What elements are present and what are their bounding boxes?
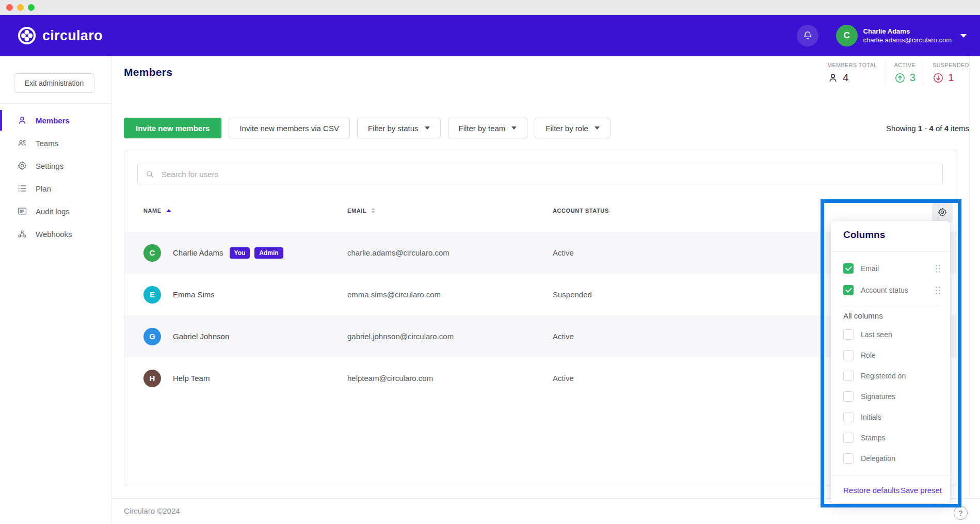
help-button[interactable]: ? <box>954 506 968 520</box>
filter-by-status-dropdown[interactable]: Filter by status <box>357 118 441 138</box>
invite-csv-button[interactable]: Invite new members via CSV <box>229 118 350 138</box>
app-window: circularo C Charlie Adams charlie.adams@… <box>0 0 980 524</box>
sort-ascending-icon <box>166 209 171 212</box>
drag-handle-icon[interactable] <box>936 265 940 273</box>
avatar: G <box>143 328 161 345</box>
checkbox-unchecked[interactable] <box>843 433 854 443</box>
close-window-button[interactable] <box>6 4 13 11</box>
stat-label: MEMBERS TOTAL <box>827 62 877 68</box>
sidebar-item-plan[interactable]: Plan <box>0 177 111 200</box>
selected-columns-list: Email Account status <box>843 258 942 301</box>
checkbox-checked[interactable] <box>843 285 854 295</box>
member-name: Gabriel Johnson <box>173 332 229 341</box>
name-cell: E Emma Sims <box>143 274 215 315</box>
checkbox-unchecked[interactable] <box>843 391 854 402</box>
dropdown-label: Filter by status <box>368 124 419 133</box>
logo-wordmark: circularo <box>42 28 103 44</box>
chevron-down-icon <box>960 34 967 38</box>
column-header-email[interactable]: EMAIL <box>347 208 375 214</box>
logo-icon <box>18 26 36 45</box>
member-name: Help Team <box>173 374 210 383</box>
checkbox-checked[interactable] <box>843 263 854 274</box>
sidebar-item-label: Webhooks <box>36 230 72 239</box>
avatar: H <box>143 370 161 387</box>
list-icon <box>17 183 27 194</box>
checkbox-unchecked[interactable] <box>843 329 854 340</box>
dropdown-label: Filter by team <box>459 124 506 133</box>
columns-panel-actions: Restore defaults Save preset <box>843 482 942 498</box>
column-header-name[interactable]: NAME <box>143 208 171 214</box>
checkbox-unchecked[interactable] <box>843 412 854 422</box>
arrow-up-circle-icon <box>894 72 906 84</box>
stat-suspended: SUSPENDED 1 <box>924 61 969 85</box>
list-item-initials: Initials <box>843 407 942 427</box>
account-status: Active <box>553 315 574 357</box>
member-name: Emma Sims <box>173 290 215 299</box>
minimize-window-button[interactable] <box>17 4 24 11</box>
search-input[interactable] <box>162 170 935 179</box>
columns-panel-title: Columns <box>843 229 885 241</box>
user-menu[interactable]: C Charlie Adams charlie.adams@circularo.… <box>836 25 967 46</box>
members-toolbar: Invite new members Invite new members vi… <box>124 118 611 138</box>
list-item-delegation: Delegation <box>843 448 942 469</box>
column-option-label: Email <box>861 264 928 273</box>
account-status: Suspended <box>553 274 592 315</box>
window-titlebar <box>0 0 980 15</box>
user-email: charlie.adams@circularo.com <box>863 36 952 44</box>
sidebar-item-label: Plan <box>36 184 51 193</box>
sidebar-item-teams[interactable]: Teams <box>0 132 111 154</box>
member-email: gabriel.johnson@circularo.com <box>347 315 454 357</box>
sidebar-item-label: Audit logs <box>36 207 70 216</box>
checkbox-unchecked[interactable] <box>843 453 854 464</box>
available-columns-list: Last seen Role Registered on Signatures … <box>843 324 942 469</box>
dropdown-label: Filter by role <box>545 124 588 133</box>
drag-handle-icon[interactable] <box>936 287 940 294</box>
gear-icon <box>937 207 947 217</box>
user-avatar: C <box>836 25 858 46</box>
sidebar-item-settings[interactable]: Settings <box>0 154 111 177</box>
avatar: E <box>143 286 161 304</box>
list-item-stamps: Stamps <box>843 427 942 448</box>
gear-icon <box>17 161 27 171</box>
name-cell: G Gabriel Johnson <box>143 315 229 357</box>
maximize-window-button[interactable] <box>28 4 35 11</box>
sidebar-item-label: Members <box>36 116 70 125</box>
divider <box>831 475 950 475</box>
stat-value: 1 <box>933 72 969 84</box>
admin-badge: Admin <box>254 247 283 259</box>
bell-icon <box>802 30 813 41</box>
stat-value: 4 <box>827 72 877 84</box>
sidebar-item-webhooks[interactable]: Webhooks <box>0 223 111 245</box>
table-settings-button[interactable] <box>932 202 953 223</box>
user-name: Charlie Adams <box>863 27 952 36</box>
stat-active: ACTIVE 3 <box>886 61 924 85</box>
save-preset-link[interactable]: Save preset <box>901 486 942 495</box>
chevron-down-icon <box>511 126 517 130</box>
checkbox-unchecked[interactable] <box>843 350 854 360</box>
exit-administration-button[interactable]: Exit administration <box>14 73 94 93</box>
stat-number: 3 <box>910 72 915 84</box>
checkbox-unchecked[interactable] <box>843 371 854 381</box>
invite-new-members-button[interactable]: Invite new members <box>124 118 221 138</box>
topbar: circularo C Charlie Adams charlie.adams@… <box>0 15 980 56</box>
account-status: Active <box>553 357 574 399</box>
all-columns-heading: All columns <box>843 311 883 320</box>
sidebar: Exit administration Members Teams <box>0 56 111 524</box>
notifications-button[interactable] <box>797 25 818 46</box>
scrollbar-track <box>969 56 970 498</box>
sidebar-item-audit-logs[interactable]: Audit logs <box>0 200 111 223</box>
stat-value: 3 <box>894 72 916 84</box>
restore-defaults-link[interactable]: Restore defaults <box>843 486 899 495</box>
column-option-label: Delegation <box>861 454 942 463</box>
stat-label: SUSPENDED <box>933 62 969 68</box>
logo[interactable]: circularo <box>18 26 103 45</box>
column-option-label: Signatures <box>861 392 942 401</box>
list-item-signatures: Signatures <box>843 386 942 407</box>
member-email: charlie.adams@circularo.com <box>347 232 449 274</box>
filter-by-role-dropdown[interactable]: Filter by role <box>535 118 611 138</box>
divider <box>843 306 941 306</box>
column-option-label: Account status <box>861 286 928 294</box>
filter-by-team-dropdown[interactable]: Filter by team <box>448 118 528 138</box>
stat-label: ACTIVE <box>894 62 916 68</box>
sidebar-item-members[interactable]: Members <box>0 109 111 132</box>
